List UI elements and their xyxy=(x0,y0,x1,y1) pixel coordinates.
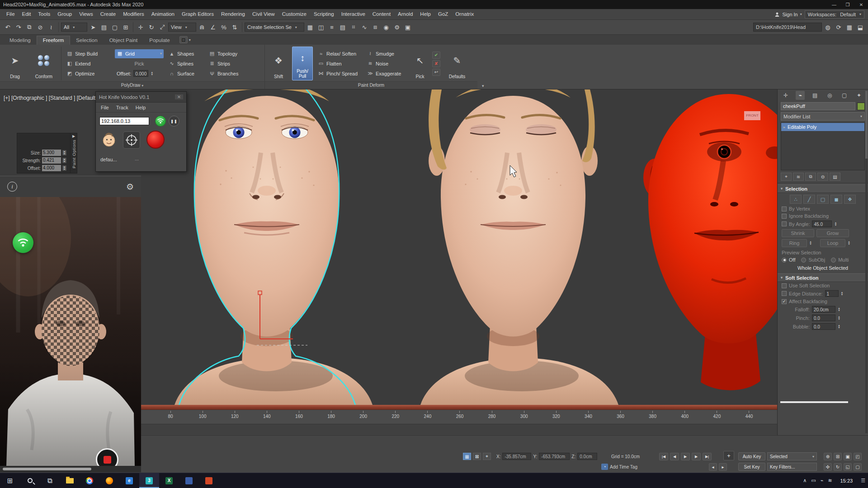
menu-item[interactable]: Help xyxy=(416,9,434,19)
shrink-button[interactable]: Shrink xyxy=(782,229,814,237)
action-center-icon[interactable]: ☰ xyxy=(861,478,865,483)
hierarchy-tab-icon[interactable]: ▤ xyxy=(811,91,820,100)
ribbon-tab[interactable]: Freeform xyxy=(37,36,71,45)
drag-button[interactable]: ➤ Drag xyxy=(3,47,27,80)
set-key-button[interactable]: Set Key xyxy=(738,463,765,471)
new-key-in-icon[interactable]: ◂ xyxy=(709,463,717,471)
panel-scrollbar[interactable] xyxy=(865,91,868,433)
webcam-scrollbar[interactable] xyxy=(0,466,141,472)
wifi-connect-button[interactable] xyxy=(13,232,33,253)
paint-option-value[interactable]: 0.421 xyxy=(42,157,61,164)
ip-address-field[interactable] xyxy=(99,117,149,125)
window-crossing-icon[interactable]: ⊞ xyxy=(121,22,131,33)
menu-item[interactable]: Edit xyxy=(19,9,35,19)
x-coordinate-value[interactable]: -35.857cm xyxy=(502,453,531,460)
zoom-icon[interactable]: ⊕ xyxy=(824,453,832,460)
modify-tab-icon[interactable]: ⌁ xyxy=(796,91,805,100)
project-path-field[interactable] xyxy=(753,23,822,32)
spinner[interactable]: ▲▼ xyxy=(151,71,153,76)
vertex-mode-icon[interactable]: ∴ xyxy=(790,195,802,204)
make-unique-icon[interactable]: ⧉ xyxy=(805,173,816,181)
select-and-link-icon[interactable]: ⧉ xyxy=(24,22,34,33)
object-name-field[interactable] xyxy=(781,102,855,110)
smudge-button[interactable]: ≀Smudge xyxy=(365,49,408,58)
undo-icon[interactable]: ↶ xyxy=(3,22,13,33)
surface-button[interactable]: ∩Surface xyxy=(167,69,204,78)
hotknife-title-bar[interactable]: Hot Knife Voodoo V0.1 ✕ xyxy=(96,92,186,103)
viewport-label[interactable]: [+] [Orthographic ] [Standard ] [Default… xyxy=(4,95,100,101)
preview-multi-radio[interactable] xyxy=(831,258,836,263)
taskbar-clock[interactable]: 15:23 xyxy=(837,478,857,483)
pin-stack-icon[interactable]: ⌖ xyxy=(781,173,792,181)
cancel-icon[interactable]: ✘ xyxy=(432,60,440,67)
menu-item[interactable]: Animation xyxy=(148,9,178,19)
menu-item[interactable]: Ornatrix xyxy=(452,9,477,19)
selection-rollout-header[interactable]: ▾ Selection xyxy=(778,184,868,193)
by-angle-value[interactable]: 45.0 xyxy=(812,221,832,227)
orbit-icon[interactable]: ↻ xyxy=(834,463,842,471)
graph-editors-icon[interactable]: ⌗ xyxy=(349,22,359,33)
calibrate-target-button[interactable] xyxy=(123,131,140,149)
utilities-tab-icon[interactable]: ✦ xyxy=(854,91,863,100)
soft-selection-rollout-header[interactable]: ▾ Soft Selection xyxy=(778,273,868,282)
ribbon-tab[interactable]: Object Paint xyxy=(104,36,144,45)
push-pull-button[interactable]: ↕ Push/ Pull xyxy=(292,47,313,80)
preset-more[interactable]: ... xyxy=(135,156,139,161)
workspaces-dropdown[interactable]: Workspaces: Default ▾ xyxy=(805,10,864,19)
app-button-1[interactable] xyxy=(179,473,199,488)
paint-deform-group-label[interactable]: Paint Deform xyxy=(265,81,477,89)
ribbon-tab[interactable]: Modeling xyxy=(4,36,37,45)
chevron-down-icon[interactable]: ▾ xyxy=(189,38,191,42)
spinner[interactable]: ▲▼ xyxy=(838,307,840,312)
shapes-button[interactable]: ▲Shapes xyxy=(167,49,204,58)
paint-option-value[interactable]: 4.000 xyxy=(42,165,61,171)
menu-item[interactable]: File xyxy=(3,9,19,19)
sign-in-button[interactable]: Sign In ▾ xyxy=(774,12,802,17)
rectangular-region-icon[interactable]: ▢ xyxy=(110,22,120,33)
tray-chevron-icon[interactable]: ∧ xyxy=(803,478,807,483)
show-end-result-icon[interactable]: ≋ xyxy=(793,173,804,181)
select-by-name-icon[interactable]: ▤ xyxy=(99,22,109,33)
optimize-button[interactable]: ◩Optimize xyxy=(65,69,112,78)
isolate-selection-icon[interactable]: ▦ xyxy=(463,453,471,460)
select-rotate-icon[interactable]: ↻ xyxy=(146,22,156,33)
border-mode-icon[interactable]: ▢ xyxy=(817,195,829,204)
offset-value[interactable]: 0.000 xyxy=(133,70,148,77)
reference-coordinate-dropdown[interactable]: View▾ xyxy=(168,23,196,32)
align-icon[interactable]: ≡ xyxy=(327,22,337,33)
flatten-button[interactable]: ▭Flatten xyxy=(316,59,362,68)
tray-icon-2[interactable]: ⌁ xyxy=(821,478,824,483)
branches-button[interactable]: ΨBranches xyxy=(207,69,248,78)
ignore-backfacing-checkbox[interactable] xyxy=(782,214,787,219)
snaps-toggle-icon[interactable]: ⋒ xyxy=(197,22,207,33)
set-key-plus-button[interactable]: + xyxy=(723,451,734,460)
menu-item[interactable]: Create xyxy=(97,9,120,19)
ribbon-tab[interactable]: Populate xyxy=(143,36,175,45)
defaults-button[interactable]: ✎ Defaults xyxy=(445,47,469,80)
mirror-icon[interactable]: ◫ xyxy=(316,22,326,33)
menu-item[interactable]: Civil View xyxy=(249,9,278,19)
ribbon-config-icon[interactable]: ⊡ xyxy=(179,36,188,43)
commit-icon[interactable]: ✔ xyxy=(432,52,440,59)
spinner[interactable]: ▲▼ xyxy=(62,158,66,163)
pick-deform-button[interactable]: ↖ Pick xyxy=(411,47,429,80)
select-scale-icon[interactable]: ⤢ xyxy=(157,22,167,33)
selection-lock-icon[interactable]: ⊠ xyxy=(473,453,481,460)
tray-icon-3[interactable]: ≋ xyxy=(828,478,832,483)
spinner[interactable]: ▲▼ xyxy=(838,316,840,320)
stack-item[interactable]: ▸ Editable Poly xyxy=(781,123,864,131)
key-filters-button[interactable]: Key Filters... xyxy=(767,463,817,471)
curve-editor-icon[interactable]: ∿ xyxy=(359,22,369,33)
viewport-nav-extra-icon[interactable]: ▢ xyxy=(854,463,862,471)
max-taskbar-button[interactable]: 3 xyxy=(139,473,159,488)
create-tab-icon[interactable]: ✛ xyxy=(781,91,790,100)
exaggerate-button[interactable]: ≫Exaggerate xyxy=(365,69,408,78)
next-frame-button[interactable]: ▶ xyxy=(692,453,701,460)
pause-button[interactable]: ❚❚ xyxy=(169,116,179,127)
menu-item[interactable]: Views xyxy=(75,9,96,19)
redo-icon[interactable]: ↷ xyxy=(14,22,24,33)
selection-set-dropdown[interactable]: Selected ▾ xyxy=(767,452,817,460)
menu-item[interactable]: Interactive xyxy=(338,9,369,19)
chrome-button[interactable] xyxy=(80,473,99,488)
excel-button[interactable]: X xyxy=(159,473,179,488)
